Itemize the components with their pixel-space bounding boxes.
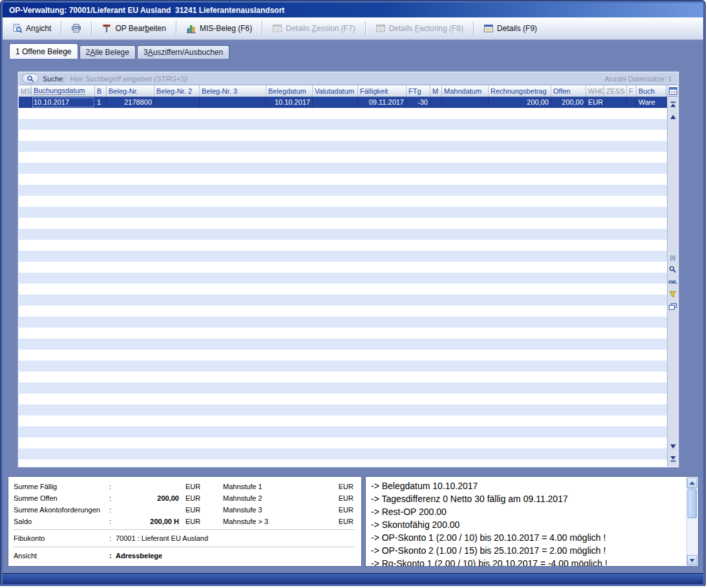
mahnstufe-currency: EUR — [333, 518, 355, 525]
bar-chart-icon — [186, 23, 196, 34]
table-cell-m — [430, 97, 442, 108]
summary-row: Saldo:200,00 HEURMahnstufe > 3EUR — [14, 516, 355, 527]
scrollbar-down-button[interactable] — [687, 555, 697, 565]
op-bearbeiten-button-label: OP Bearbeiten — [115, 24, 166, 33]
column-header-label: Beleg-Nr. 2 — [156, 87, 192, 95]
details-line: -> Rg-Skonto 1 (2.00 / 10) bis 20.10.201… — [371, 557, 681, 567]
column-header-label: MS — [21, 87, 32, 95]
details-line: -> Rest-OP 200.00 — [371, 505, 681, 518]
details-panel: -> Belegdatum 10.10.2017-> Tagesdifferen… — [365, 476, 699, 567]
column-header-f[interactable]: F — [627, 85, 637, 96]
tab-offene-belege[interactable]: 1 Offene Belege — [9, 43, 78, 59]
details-scrollbar[interactable] — [686, 478, 697, 565]
preview-icon — [12, 23, 23, 34]
tab-alle-belege[interactable]: 2 Alle Belege — [79, 45, 136, 59]
column-header-label: Rechnungsbetrag — [491, 87, 547, 95]
column-header-fälligkeit[interactable]: Fälligkeit — [358, 85, 406, 96]
scroll-up-icon[interactable] — [668, 113, 677, 121]
details-factoring-button: Details Factoring (F8) — [370, 20, 469, 37]
summary-currency: EUR — [179, 506, 213, 514]
column-header-beleg-nr-3[interactable]: Beleg-Nr. 3 — [200, 85, 266, 96]
scroll-top-icon[interactable] — [668, 101, 677, 109]
summary-panel: Summe Fällig:EURMahnstufe 1EURSumme Offe… — [8, 476, 362, 567]
fibukonto-row: Fibukonto : 70001 : Lieferant EU Ausland — [14, 532, 355, 545]
title-bar[interactable]: OP-Verwaltung: 70001/Lieferant EU Auslan… — [3, 3, 703, 17]
column-header-m[interactable]: M — [430, 85, 442, 96]
svg-text:XML: XML — [668, 280, 677, 284]
table-cell-beleg-nr-3 — [200, 97, 266, 108]
column-header-valutadatum[interactable]: Valutadatum — [313, 85, 358, 96]
table-cell-buch: Ware — [637, 97, 666, 108]
print-button[interactable] — [65, 20, 87, 37]
column-header-beleg-nr-2[interactable]: Beleg-Nr. 2 — [154, 85, 200, 96]
table-cell-beleg-nr-2 — [154, 97, 200, 108]
main-content: Suche: Anzahl Datensätze: 1 MSBuchungsda… — [3, 59, 703, 475]
mahnstufe-label: Mahnstufe 2 — [223, 494, 295, 502]
column-header-rechnungsbetrag[interactable]: Rechnungsbetrag — [489, 85, 551, 96]
scrollbar-up-button[interactable] — [687, 478, 697, 488]
ansicht-value: Adressbelege — [116, 552, 355, 560]
details-factoring-button-label: Details Factoring (F8) — [389, 24, 463, 33]
column-header-whg[interactable]: WHG — [586, 85, 604, 96]
op-bearbeiten-button[interactable]: OP Bearbeiten — [96, 20, 172, 37]
ansicht-label: Ansicht — [14, 552, 109, 560]
column-header-ftg[interactable]: FTg — [406, 85, 430, 96]
magnifier-icon[interactable] — [668, 266, 677, 273]
column-header-zess[interactable]: ZESS — [604, 85, 627, 96]
column-header-belegdatum[interactable]: Belegdatum — [266, 85, 313, 96]
details-button-label: Details (F9) — [497, 24, 537, 33]
ansicht-button[interactable]: Ansicht — [6, 20, 57, 37]
scroll-bottom-icon[interactable] — [668, 455, 677, 463]
tab-bar: 1 Offene Belege2 Alle Belege3 Ausziffern… — [3, 40, 703, 59]
mahnstufe-label: Mahnstufe 3 — [223, 506, 295, 514]
mahnstufe-currency: EUR — [333, 494, 355, 502]
summary-colon: : — [109, 506, 116, 514]
details-line: -> Skontofähig 200.00 — [371, 518, 681, 531]
summary-row: Summe Fällig:EURMahnstufe 1EUR — [14, 481, 355, 492]
column-header-label: Buch — [638, 87, 655, 95]
fibukonto-colon: : — [109, 534, 116, 542]
fibukonto-value: 70001 : Lieferant EU Ausland — [116, 534, 355, 542]
details-button[interactable]: Details (F9) — [478, 20, 543, 37]
table-row[interactable]: 10.10.20171217880010.10.201709.11.2017-3… — [19, 97, 667, 108]
filter-icon[interactable] — [668, 290, 677, 298]
scrollbar-thumb[interactable] — [688, 488, 697, 518]
details-window-icon — [483, 23, 494, 34]
table-cell-ms — [19, 97, 32, 108]
info-icon[interactable]: (I) — [668, 253, 677, 261]
column-header-buchungsdatum[interactable]: Buchungsdatum — [32, 85, 95, 96]
column-header-mahndatum[interactable]: Mahndatum — [442, 85, 489, 96]
column-header-offen[interactable]: Offen — [551, 85, 586, 96]
toolbar-separator — [262, 21, 262, 36]
mahnstufe-label: Mahnstufe 1 — [223, 483, 295, 490]
edit-op-icon — [101, 23, 112, 34]
factoring-icon — [375, 23, 386, 34]
mis-beleg-button[interactable]: MIS-Beleg (F6) — [180, 20, 258, 37]
table-cell-whg: EUR — [586, 97, 604, 108]
strip-top-group — [668, 97, 677, 125]
column-header-label: Valutadatum — [315, 87, 354, 95]
summary-colon: : — [109, 518, 116, 525]
column-header-label: WHG — [588, 87, 604, 95]
details-line: -> OP-Skonto 1 (2.00 / 10) bis 20.10.201… — [371, 531, 681, 544]
grid-side-strip: (I)XML — [667, 85, 678, 467]
search-icon[interactable] — [22, 74, 39, 83]
xml-icon[interactable]: XML — [668, 278, 677, 286]
mahnstufe-label: Mahnstufe > 3 — [223, 518, 295, 525]
summary-label: Summe Akontoforderungen — [14, 506, 109, 514]
column-header-beleg-nr[interactable]: Beleg-Nr. — [107, 85, 154, 96]
summary-divider — [14, 529, 355, 530]
summary-label: Summe Fällig — [14, 483, 109, 490]
column-header-b[interactable]: B — [95, 85, 107, 96]
column-header-buch[interactable]: Buch — [637, 85, 666, 96]
search-input[interactable] — [69, 74, 346, 83]
scroll-down-icon[interactable] — [668, 443, 677, 450]
table-cell-beleg-nr: 2178800 — [107, 97, 154, 108]
tab-ausziffern-ausbuchen[interactable]: 3 Ausziffern/Ausbuchen — [137, 45, 229, 59]
summary-currency: EUR — [179, 494, 213, 502]
column-header-ms[interactable]: MS — [19, 85, 32, 96]
scrollbar-track[interactable] — [687, 519, 697, 555]
toolbar-separator — [473, 21, 474, 36]
windows-icon[interactable] — [668, 302, 677, 310]
column-chooser-icon[interactable] — [668, 85, 678, 97]
